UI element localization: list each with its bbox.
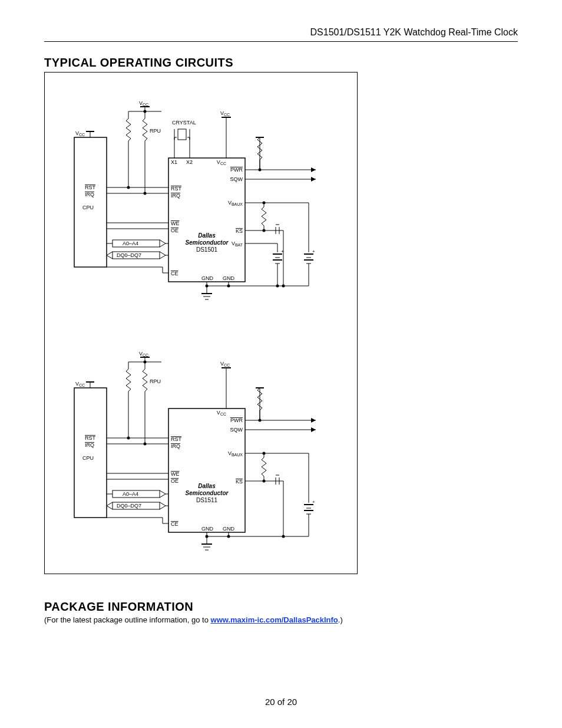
svg-point-35 [259, 169, 262, 172]
circuit-ds1501: RST IRQ CPU VCC VCC RPU [45, 73, 357, 323]
lbl-vbaux: VBAUX [228, 200, 243, 206]
svg-point-67 [276, 285, 279, 288]
svg-marker-103 [311, 427, 316, 432]
switch-ks [276, 225, 279, 234]
lbl-oe2: OE [171, 478, 178, 484]
lbl-rst-left2: RST [85, 435, 96, 441]
lbl-vcc-chip: VCC [217, 159, 226, 166]
lbl-x2: X2 [186, 159, 193, 165]
lbl-dallas1: Dallas [198, 232, 216, 239]
lbl-ce2: CE [171, 521, 178, 527]
circuits-figure: RST IRQ CPU VCC VCC RPU [44, 72, 358, 574]
lbl-irq-left2: IRQ [85, 442, 94, 448]
lbl-we: WE [171, 220, 180, 226]
lbl-part-top: DS1501 [196, 246, 218, 253]
svg-marker-37 [311, 177, 316, 182]
lbl-gnd2b: GND [223, 526, 235, 532]
lbl-rst-r: RST [171, 186, 182, 192]
lbl-ks2: KS [236, 479, 243, 485]
lbl-rst-r2: RST [171, 436, 182, 442]
package-link[interactable]: www.maxim-ic.com/DallasPackInfo [211, 615, 338, 624]
lbl-dallas2: Semiconductor [186, 239, 229, 246]
lbl-pwr: PWR [230, 167, 243, 173]
svg-point-101 [259, 419, 262, 422]
lbl-irq-left: IRQ [85, 192, 94, 197]
lbl-vcc-chip2: VCC [217, 410, 226, 416]
lbl-vcc-left: VCC [75, 130, 85, 137]
header-title: DS1501/DS1511 Y2K Watchdog Real-Time Clo… [310, 27, 518, 38]
lbl-irq-r2: IRQ [171, 443, 180, 449]
lbl-vcc-right: VCC [220, 110, 230, 117]
lbl-vcc-mid: VCC [139, 100, 148, 107]
page-footer: 20 of 20 [0, 697, 562, 707]
svg-point-41 [263, 229, 266, 232]
lbl-dq: DQ0–DQ7 [117, 252, 141, 258]
lbl-irq-r: IRQ [171, 193, 180, 199]
header-rule [44, 41, 518, 42]
lbl-vcc-mid2: VCC [139, 351, 148, 357]
resistor-rpu1 [126, 111, 131, 187]
lbl-cpu2: CPU [82, 455, 94, 461]
svg-rect-24 [178, 129, 186, 140]
lbl-pwr2: PWR [230, 417, 243, 423]
crystal-symbol [174, 129, 190, 158]
lbl-rst-left: RST [85, 185, 96, 190]
lbl-cpu: CPU [82, 205, 94, 210]
svg-point-68 [282, 285, 285, 288]
lbl-ce: CE [171, 271, 178, 276]
svg-marker-32 [311, 167, 316, 172]
lbl-rpu2: RPU [150, 378, 161, 384]
lbl-sqw: SQW [230, 176, 243, 182]
lbl-dallas2b: Semiconductor [186, 490, 229, 496]
lbl-dq2: DQ0–DQ7 [117, 503, 141, 509]
svg-rect-73 [74, 388, 107, 518]
lbl-dallas1b: Dallas [198, 483, 216, 489]
svg-point-125 [282, 535, 285, 538]
lbl-vcc-left2: VCC [75, 381, 85, 387]
package-note: (For the latest package outline informat… [44, 615, 343, 624]
section-title-typical: TYPICAL OPERATING CIRCUITS [44, 56, 233, 70]
svg-text:+: + [312, 499, 315, 505]
lbl-vcc-right2: VCC [220, 361, 230, 367]
section-title-package: PACKAGE INFORMATION [44, 600, 193, 614]
lbl-vbaux2: VBAUX [228, 450, 243, 457]
svg-text:+: + [281, 249, 284, 254]
lbl-rpu: RPU [150, 128, 161, 134]
lbl-oe: OE [171, 228, 178, 233]
lbl-we2: WE [171, 471, 180, 477]
svg-rect-0 [74, 137, 107, 267]
circuit-ds1511: RST IRQ CPU VCC VCC RPU [45, 323, 357, 574]
battery-vbat: + [273, 249, 284, 263]
lbl-part-bot: DS1511 [196, 497, 218, 503]
lbl-gnd1b: GND [201, 526, 214, 532]
pkg-note-suffix: .) [338, 615, 343, 624]
svg-point-107 [263, 480, 266, 483]
lbl-x1: X1 [171, 159, 177, 165]
svg-text:+: + [312, 249, 315, 254]
svg-marker-98 [311, 418, 316, 423]
lbl-vbat: VBAT [232, 241, 243, 247]
lbl-sqw2: SQW [230, 427, 243, 433]
lbl-crystal: CRYSTAL [172, 120, 196, 126]
lbl-a2: A0–A4 [123, 491, 138, 497]
resistor-pwr [256, 137, 264, 170]
lbl-a: A0–A4 [123, 241, 138, 246]
pkg-note-prefix: (For the latest package outline informat… [44, 615, 211, 624]
resistor-rpu2 [143, 111, 147, 193]
battery-vbaux: + [304, 249, 315, 263]
lbl-ks: KS [236, 228, 243, 234]
lbl-gnd1: GND [201, 275, 214, 281]
resistor-vbaux [262, 203, 266, 230]
lbl-gnd2: GND [223, 275, 235, 281]
